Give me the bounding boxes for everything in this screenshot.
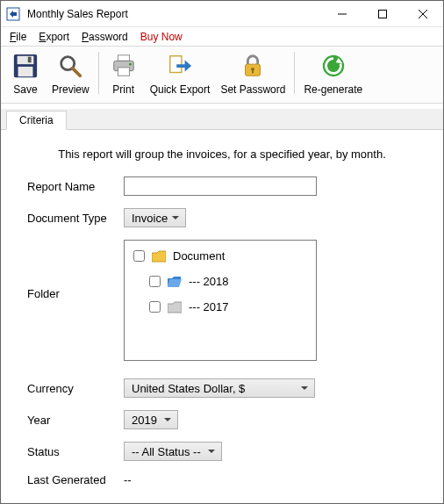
window-title: Monthly Sales Report <box>25 8 322 20</box>
regenerate-label: Re-generate <box>304 83 362 96</box>
report-name-input[interactable] <box>124 176 317 196</box>
currency-select[interactable]: United States Dollar, $ <box>124 378 315 398</box>
label-status: Status <box>27 445 124 458</box>
quick-export-label: Quick Export <box>150 83 211 96</box>
svg-rect-11 <box>118 55 129 61</box>
tab-criteria[interactable]: Criteria <box>6 111 67 130</box>
svg-rect-18 <box>252 70 254 74</box>
svg-line-10 <box>73 68 80 76</box>
toolbar-separator <box>294 52 295 94</box>
document-type-value: Invoice <box>132 212 168 225</box>
svg-rect-8 <box>28 57 32 63</box>
toolbar-separator <box>98 52 99 94</box>
svg-rect-2 <box>379 10 387 18</box>
print-button[interactable]: Print <box>103 48 145 97</box>
tree-checkbox[interactable] <box>149 276 161 287</box>
tree-item[interactable]: Document <box>133 249 307 263</box>
preview-button[interactable]: Preview <box>47 48 95 97</box>
folder-tree: Document --- 2018 --- 2017 <box>124 240 317 361</box>
tabstrip: Criteria <box>1 109 443 130</box>
printer-icon <box>110 52 138 80</box>
padlock-icon <box>239 52 267 80</box>
menu-password[interactable]: Password <box>76 29 133 45</box>
label-folder: Folder <box>27 240 124 300</box>
window: Monthly Sales Report File Export Passwor… <box>0 0 444 504</box>
set-password-label: Set Password <box>220 83 285 96</box>
set-password-button[interactable]: Set Password <box>215 48 290 97</box>
magnifier-icon <box>56 52 84 80</box>
menubar: File Export Password Buy Now <box>1 27 443 47</box>
label-year: Year <box>27 414 124 427</box>
svg-rect-13 <box>118 68 129 76</box>
tab-content-criteria: This report will group the invoices, for… <box>1 130 443 503</box>
menu-file[interactable]: File <box>4 29 32 45</box>
folder-icon <box>152 250 166 263</box>
document-type-select[interactable]: Invoice <box>124 208 186 227</box>
toolbar: Save Preview Print <box>1 47 443 104</box>
report-description: This report will group the invoices, for… <box>27 148 417 161</box>
quick-export-button[interactable]: Quick Export <box>145 48 216 97</box>
tree-label: --- 2017 <box>189 300 229 313</box>
label-currency: Currency <box>27 382 124 395</box>
titlebar: Monthly Sales Report <box>1 1 443 27</box>
export-arrow-icon <box>166 52 194 80</box>
svg-point-14 <box>129 63 132 66</box>
label-report-name: Report Name <box>27 180 124 193</box>
label-document-type: Document Type <box>27 212 124 225</box>
last-generated-value: -- <box>124 473 132 486</box>
folder-closed-icon <box>168 301 182 313</box>
minimize-button[interactable] <box>322 1 362 27</box>
tree-label: Document <box>173 249 225 263</box>
year-value: 2019 <box>132 414 157 427</box>
preview-label: Preview <box>52 83 90 96</box>
maximize-button[interactable] <box>362 1 403 27</box>
menu-export[interactable]: Export <box>33 29 75 45</box>
app-icon <box>6 7 20 21</box>
tree-item[interactable]: --- 2018 <box>149 275 307 288</box>
refresh-circle-icon <box>319 52 347 80</box>
label-last-generated: Last Generated <box>27 473 124 486</box>
status-value: -- All Status -- <box>132 445 201 458</box>
close-button[interactable] <box>403 1 443 27</box>
status-select[interactable]: -- All Status -- <box>124 442 222 461</box>
menu-buy-now[interactable]: Buy Now <box>135 29 188 45</box>
tree-label: --- 2018 <box>189 275 229 288</box>
tree-checkbox[interactable] <box>149 301 161 313</box>
print-label: Print <box>112 83 134 96</box>
tree-checkbox[interactable] <box>133 250 145 262</box>
regenerate-button[interactable]: Re-generate <box>298 48 368 97</box>
year-select[interactable]: 2019 <box>124 410 178 429</box>
save-label: Save <box>13 83 37 96</box>
tree-item[interactable]: --- 2017 <box>149 300 307 313</box>
folder-open-icon <box>168 276 182 288</box>
svg-rect-7 <box>18 67 33 76</box>
currency-value: United States Dollar, $ <box>132 382 245 395</box>
floppy-disk-icon <box>11 52 39 80</box>
save-button[interactable]: Save <box>4 48 47 97</box>
